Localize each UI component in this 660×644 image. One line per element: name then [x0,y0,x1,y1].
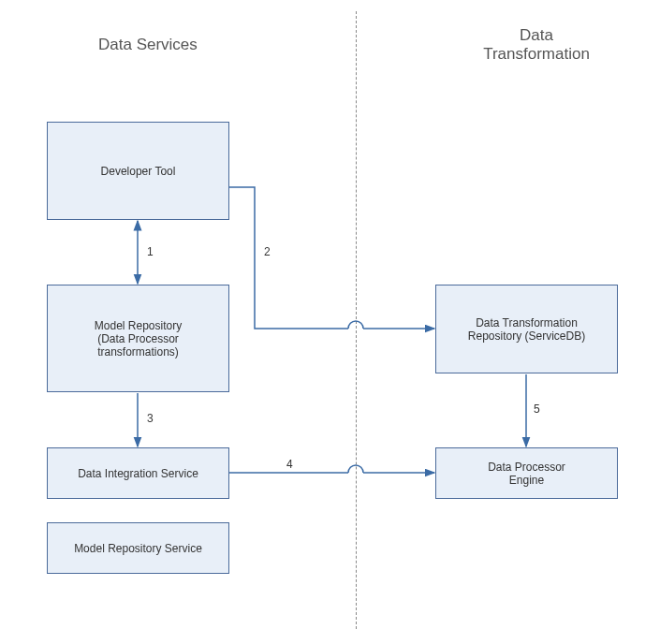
box-label: Developer Tool [101,165,176,178]
vertical-divider [356,11,357,629]
edge-label-4: 4 [286,458,293,471]
box-model-repository: Model Repository (Data Processor transfo… [47,285,229,392]
box-label: Data Transformation Repository (ServiceD… [468,316,585,343]
edge-label-5: 5 [534,402,540,416]
edge-2 [229,187,348,329]
box-model-repository-service: Model Repository Service [47,522,229,574]
box-data-processor-engine: Data Processor Engine [435,447,618,499]
box-label: Model Repository Service [74,542,202,555]
box-data-transformation-repo: Data Transformation Repository (ServiceD… [435,285,618,373]
edge-label-2: 2 [264,245,271,258]
section-header-left: Data Services [98,36,198,54]
box-label: Model Repository (Data Processor transfo… [95,319,182,359]
box-data-integration-service: Data Integration Service [47,447,229,499]
box-label: Data Processor Engine [488,461,565,487]
edge-label-1: 1 [147,245,154,258]
edge-label-3: 3 [147,412,154,425]
box-label: Data Integration Service [78,467,198,480]
box-developer-tool: Developer Tool [47,122,229,220]
section-header-right: Data Transformation [471,26,602,64]
